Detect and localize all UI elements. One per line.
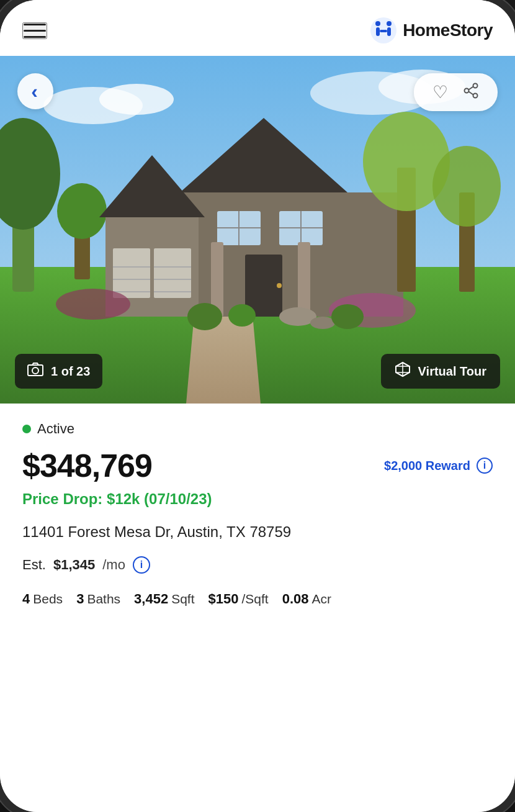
svg-rect-5 — [380, 30, 387, 32]
photo-icon — [27, 363, 43, 380]
beds-spec: 4 Beds — [22, 591, 63, 607]
photo-counter: 1 of 23 — [15, 354, 102, 389]
sqft-spec: 3,452 Sqft — [134, 591, 194, 607]
payment-info-button[interactable]: i — [133, 556, 150, 574]
svg-point-51 — [465, 88, 469, 92]
reward-area: $2,000 Reward i — [384, 458, 493, 474]
svg-point-1 — [375, 21, 380, 26]
specs-row: 4 Beds 3 Baths 3,452 Sqft $150 /Sqft 0.0… — [22, 591, 493, 607]
price-per-sqft-label: /Sqft — [241, 592, 268, 607]
svg-rect-38 — [298, 242, 310, 317]
baths-spec: 3 Baths — [76, 591, 120, 607]
est-payment-row: Est. $1,345 /mo i — [22, 556, 493, 574]
svg-point-50 — [473, 83, 478, 88]
status-row: Active — [22, 421, 493, 437]
header: HomeStory — [0, 0, 515, 56]
status-label: Active — [37, 421, 74, 437]
svg-point-3 — [387, 21, 392, 26]
price-per-sqft-spec: $150 /Sqft — [208, 591, 269, 607]
acres-label: Acr — [311, 592, 331, 607]
svg-point-48 — [228, 304, 256, 327]
save-button[interactable]: ♡ — [425, 79, 455, 105]
cube-icon — [395, 361, 411, 381]
svg-rect-21 — [113, 248, 150, 298]
reward-text: $2,000 Reward — [384, 459, 470, 473]
baths-label: Baths — [87, 592, 120, 607]
sqft-label: Sqft — [171, 592, 194, 607]
svg-rect-4 — [387, 27, 391, 36]
price-drop-text: Price Drop: $12k (07/10/23) — [22, 490, 493, 508]
phone-frame: HomeStory — [0, 0, 515, 812]
svg-point-8 — [99, 84, 174, 115]
svg-point-16 — [57, 183, 107, 239]
svg-rect-22 — [154, 248, 191, 298]
svg-point-42 — [432, 146, 501, 227]
svg-point-46 — [310, 317, 335, 329]
baths-count: 3 — [76, 591, 84, 607]
svg-point-49 — [331, 304, 364, 329]
listing-price: $348,769 — [22, 447, 152, 484]
share-button[interactable] — [455, 79, 486, 105]
est-suffix: /mo — [102, 557, 125, 573]
est-prefix: Est. — [22, 557, 46, 573]
logo-text: HomeStory — [403, 20, 493, 40]
price-per-sqft-value: $150 — [208, 591, 239, 607]
image-bottom-bar: 1 of 23 Virtual Tour — [0, 354, 515, 389]
svg-point-56 — [32, 368, 38, 374]
reward-info-button[interactable]: i — [477, 458, 493, 474]
beds-label: Beds — [33, 592, 63, 607]
status-dot — [22, 425, 31, 433]
svg-point-47 — [187, 303, 222, 330]
virtual-tour-button[interactable]: Virtual Tour — [381, 354, 500, 389]
price-reward-row: $348,769 $2,000 Reward i — [22, 447, 493, 484]
listing-address: 11401 Forest Mesa Dr, Austin, TX 78759 — [22, 521, 493, 543]
sqft-value: 3,452 — [134, 591, 168, 607]
share-icon — [463, 83, 479, 102]
beds-count: 4 — [22, 591, 30, 607]
acres-spec: 0.08 Acr — [282, 591, 331, 607]
acres-value: 0.08 — [282, 591, 309, 607]
logo-icon — [370, 17, 396, 43]
phone-inner: HomeStory — [0, 0, 515, 812]
action-buttons: ♡ — [414, 73, 498, 111]
menu-button[interactable] — [22, 22, 47, 39]
logo-area: HomeStory — [370, 17, 493, 43]
photo-count-text: 1 of 23 — [51, 364, 90, 379]
est-amount: $1,345 — [53, 557, 95, 573]
svg-point-52 — [473, 93, 478, 97]
listing-content: Active $348,769 $2,000 Reward i Price Dr… — [0, 404, 515, 625]
svg-point-30 — [277, 283, 282, 288]
back-button[interactable] — [17, 73, 53, 109]
svg-rect-2 — [376, 27, 380, 36]
virtual-tour-label: Virtual Tour — [418, 364, 486, 379]
heart-icon: ♡ — [432, 82, 448, 102]
svg-line-54 — [468, 91, 473, 94]
svg-point-43 — [56, 289, 130, 320]
svg-line-53 — [468, 86, 473, 89]
property-image-section: ♡ — [0, 56, 515, 404]
